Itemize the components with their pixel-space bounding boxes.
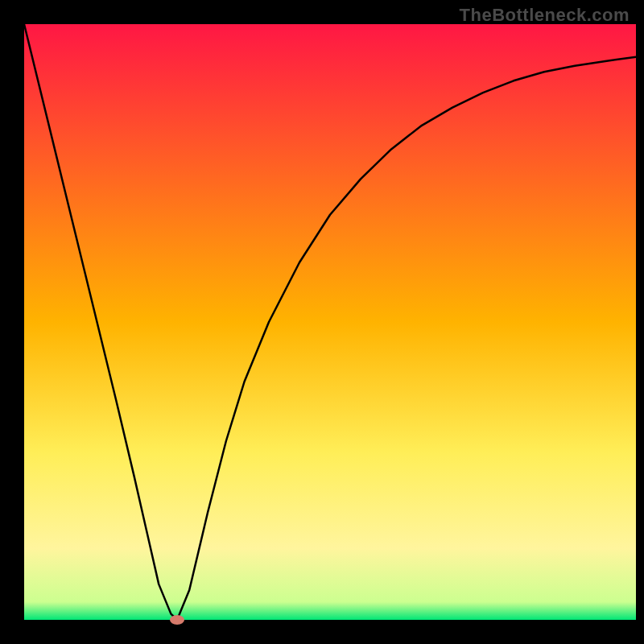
optimum-marker bbox=[170, 615, 184, 625]
plot-background bbox=[24, 24, 636, 620]
chart-container: TheBottleneck.com bbox=[0, 0, 644, 644]
bottleneck-chart bbox=[0, 0, 644, 644]
watermark-text: TheBottleneck.com bbox=[460, 5, 630, 26]
